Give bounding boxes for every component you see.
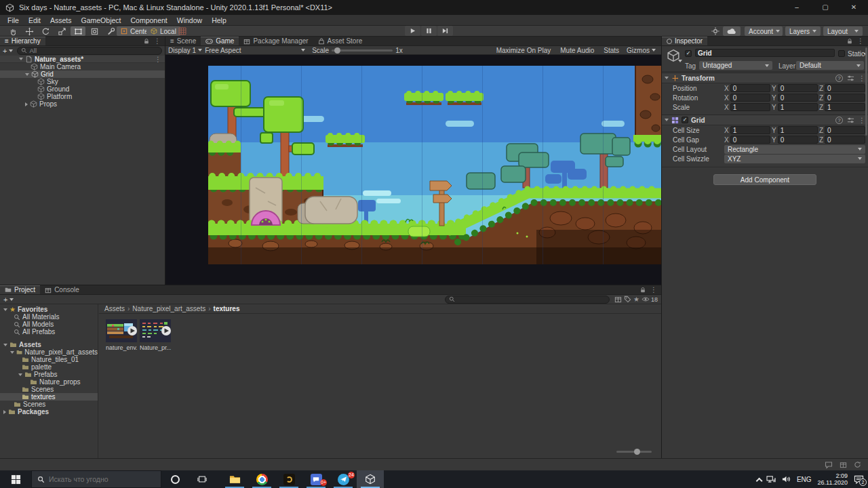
transform-tool-icon[interactable] — [87, 26, 102, 36]
custom-tool-icon[interactable] — [103, 26, 118, 36]
favorites-all-prefabs[interactable]: All Prefabs — [0, 328, 98, 336]
object-name-field[interactable]: Grid — [695, 49, 835, 57]
cloud-services-button[interactable] — [723, 26, 741, 36]
tab-console[interactable]: Console — [40, 285, 84, 294]
saved-search-star-icon[interactable]: ★ — [633, 296, 639, 303]
hierarchy-item-platform[interactable]: Platform — [0, 93, 165, 100]
tab-scene[interactable]: ≡ Scene — [165, 37, 201, 45]
gizmos-dropdown[interactable]: Gizmos — [624, 47, 658, 54]
project-search-input[interactable] — [457, 296, 606, 303]
telegram-button[interactable]: 24 — [330, 470, 357, 488]
messenger-app-button[interactable]: 0+ — [302, 470, 330, 488]
position-y-field[interactable]: 0 — [778, 84, 818, 92]
tree-nature-tiles-01[interactable]: Nature_tiles_01 — [0, 356, 98, 363]
menu-edit[interactable]: Edit — [24, 15, 45, 26]
action-center-button[interactable]: 2 — [854, 475, 864, 484]
play-button[interactable] — [405, 26, 420, 36]
menu-assets[interactable]: Assets — [45, 15, 77, 26]
menu-window[interactable]: Window — [172, 15, 207, 26]
lock-icon[interactable] — [846, 38, 853, 45]
create-asset-button[interactable]: + — [3, 296, 7, 304]
move-tool-icon[interactable] — [22, 26, 37, 36]
tree-packages[interactable]: Packages — [0, 408, 98, 415]
aspect-dropdown[interactable]: Free Aspect — [205, 47, 305, 54]
rotation-z-field[interactable]: 0 — [825, 94, 865, 102]
rotate-tool-icon[interactable] — [38, 26, 53, 36]
hierarchy-search-input[interactable] — [29, 47, 158, 54]
hidden-packages-toggle[interactable]: 18 — [642, 296, 658, 303]
scale-slider[interactable] — [332, 49, 393, 52]
search-by-type-icon[interactable] — [614, 296, 622, 303]
search-by-label-icon[interactable] — [624, 296, 631, 303]
favorites-root[interactable]: ★ Favorites — [0, 306, 98, 313]
cell-size-y-field[interactable]: 1 — [778, 126, 818, 134]
hierarchy-item-ground[interactable]: Ground — [0, 85, 165, 93]
scale-x-field[interactable]: 1 — [730, 103, 770, 111]
scale-z-field[interactable]: 1 — [825, 103, 865, 111]
asset-nature-env[interactable]: nature_env... — [106, 319, 137, 351]
account-dropdown[interactable]: Account — [745, 26, 783, 36]
minimize-button[interactable]: – — [783, 0, 811, 15]
scale-y-field[interactable]: 1 — [778, 103, 818, 111]
project-search[interactable] — [445, 296, 610, 304]
component-menu-icon[interactable]: ⋮ — [859, 75, 865, 82]
taskbar-search[interactable] — [31, 470, 161, 488]
tree-prefabs[interactable]: Prefabs — [0, 371, 98, 378]
presets-icon[interactable] — [847, 117, 854, 124]
scene-row[interactable]: Nature_assets* ⋮ — [0, 56, 165, 63]
cell-gap-z-field[interactable]: 0 — [825, 136, 865, 144]
cell-gap-x-field[interactable]: 0 — [730, 136, 770, 144]
tree-nature-pixel-art-assets[interactable]: Nature_pixel_art_assets — [0, 348, 98, 356]
menu-file[interactable]: File — [3, 15, 24, 26]
cell-size-z-field[interactable]: 0 — [825, 126, 865, 134]
stats-toggle[interactable]: Stats — [599, 47, 624, 54]
unity-taskbar-button[interactable] — [357, 470, 384, 488]
tab-project[interactable]: Project — [0, 285, 40, 294]
close-button[interactable]: ✕ — [840, 0, 868, 15]
lock-icon[interactable] — [639, 287, 646, 293]
tree-scenes[interactable]: Scenes — [0, 401, 98, 408]
pan-tool-icon[interactable] — [5, 26, 20, 36]
mute-audio-toggle[interactable]: Mute Audio — [555, 47, 599, 54]
breadcrumb-assets[interactable]: Assets — [104, 305, 125, 312]
lock-icon[interactable] — [143, 38, 150, 45]
add-component-button[interactable]: Add Component — [713, 174, 816, 185]
menu-help[interactable]: Help — [207, 15, 231, 26]
start-button[interactable] — [0, 470, 31, 488]
tab-package-manager[interactable]: Package Manager — [239, 37, 313, 45]
rotation-y-field[interactable]: 0 — [778, 94, 818, 102]
thumbnail-zoom-slider[interactable] — [616, 451, 652, 453]
language-indicator[interactable]: ENG — [797, 476, 812, 483]
asset-nature-props[interactable]: Nature_pr... — [140, 319, 171, 351]
inspector-scrollbar[interactable] — [865, 47, 867, 136]
scale-slider-knob[interactable] — [334, 47, 340, 54]
favorites-all-models[interactable]: All Models — [0, 321, 98, 328]
cell-gap-y-field[interactable]: 0 — [778, 136, 818, 144]
hierarchy-search[interactable] — [17, 47, 162, 55]
panel-menu-icon[interactable]: ⋮ — [154, 37, 161, 45]
tab-hierarchy[interactable]: ≡ Hierarchy — [0, 37, 45, 45]
help-icon[interactable]: ? — [835, 75, 843, 82]
layer-dropdown[interactable]: Default — [796, 61, 864, 70]
scale-tool-icon[interactable] — [54, 26, 69, 36]
display-dropdown[interactable]: Display 1 — [168, 47, 202, 54]
breadcrumb-textures[interactable]: textures — [214, 305, 240, 312]
step-button[interactable] — [437, 26, 453, 36]
hierarchy-item-grid[interactable]: Grid — [0, 70, 165, 78]
tab-inspector[interactable]: Inspector — [662, 37, 707, 45]
panel-menu-icon[interactable]: ⋮ — [650, 286, 657, 293]
maximize-button[interactable]: ▢ — [811, 0, 840, 15]
tree-assets[interactable]: Assets — [0, 341, 98, 348]
media-app-button[interactable] — [275, 470, 302, 488]
hierarchy-item-sky[interactable]: Sky — [0, 78, 165, 85]
favorites-all-materials[interactable]: All Materials — [0, 313, 98, 321]
preferences-light-icon[interactable] — [708, 26, 723, 36]
clock[interactable]: 2:09 26.11.2020 — [818, 472, 848, 486]
tag-dropdown[interactable]: Untagged — [699, 61, 772, 70]
cell-layout-dropdown[interactable]: Rectangle — [724, 145, 865, 154]
tree-scenes-sub[interactable]: Scenes — [0, 386, 98, 393]
cell-size-x-field[interactable]: 1 — [730, 126, 770, 134]
position-z-field[interactable]: 0 — [825, 84, 865, 92]
thumbnail-zoom-knob[interactable] — [634, 449, 640, 455]
help-icon[interactable]: ? — [835, 117, 843, 124]
